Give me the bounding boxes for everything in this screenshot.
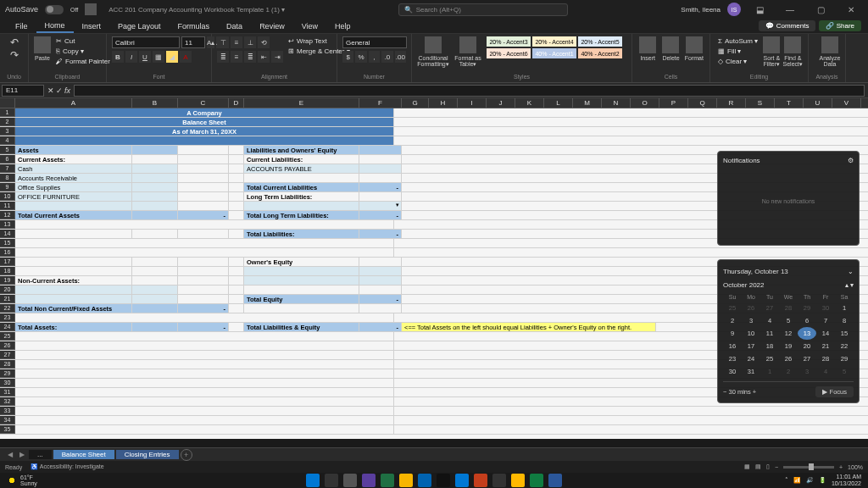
cal-day-20[interactable]: 20 [798,340,816,352]
cal-day-7[interactable]: 7 [816,314,835,327]
row-header-33[interactable]: 33 [0,407,15,415]
cell[interactable] [359,267,402,275]
cal-day-5[interactable]: 5 [835,365,854,378]
cell[interactable] [15,425,394,434]
calendar-today[interactable]: Thursday, October 13 [723,268,788,275]
cell[interactable] [15,332,394,341]
clear-button[interactable]: ◇Clear ▾ [715,57,760,66]
cell[interactable] [15,351,394,359]
conditional-formatting-button[interactable]: Conditional Formatting▾ [417,36,449,68]
cell[interactable] [15,416,394,424]
furn[interactable]: OFFICE FURNITURE [15,192,132,201]
cal-day-2[interactable]: 2 [723,314,742,327]
cell[interactable] [15,388,394,396]
zoom-in-icon[interactable]: + [839,464,843,470]
cell[interactable] [229,276,244,285]
balance-note[interactable]: <== Total Assets on the left should equa… [402,323,656,331]
cal-day-10[interactable]: 10 [742,327,760,340]
cell[interactable] [359,164,402,173]
col-S[interactable]: S [746,98,775,108]
tab-view[interactable]: View [293,20,326,32]
cell[interactable] [244,267,359,275]
volume-icon[interactable]: 🔊 [806,477,814,484]
cell[interactable] [244,174,359,182]
title-company[interactable]: A Company [15,108,394,117]
cal-day-30[interactable]: 30 [723,365,742,378]
tab-formulas[interactable]: Formulas [170,20,219,32]
noncur[interactable]: Non-Current Assets: [15,276,132,285]
cal-day-3[interactable]: 3 [742,314,760,327]
fx-icon[interactable]: fx [64,86,70,95]
tab-home[interactable]: Home [36,19,74,33]
style-accent3[interactable]: 20% - Accent3 [487,36,531,47]
cell[interactable] [178,164,229,173]
decrease-decimal-icon[interactable]: .00 [395,51,406,63]
row-header-13[interactable]: 13 [0,220,15,229]
wifi-icon[interactable]: 📶 [793,477,801,484]
clock[interactable]: 11:01 AM 10/13/2022 [832,474,861,486]
dropdown-icon[interactable]: ▾ [396,202,399,208]
cal-day-25[interactable]: 25 [723,302,742,314]
cal-day-11[interactable]: 11 [760,327,779,340]
cell[interactable]: - [178,211,229,219]
chrome-icon[interactable] [511,474,525,487]
cal-day-16[interactable]: 16 [723,340,742,352]
cell[interactable] [359,258,402,266]
word2-icon[interactable] [548,474,562,487]
cell[interactable] [359,304,402,313]
cell[interactable] [229,164,244,173]
calendar-month[interactable]: October 2022 [723,281,764,289]
tab-review[interactable]: Review [251,20,293,32]
cash[interactable]: Cash [15,164,132,173]
title-statement[interactable]: Balance Sheet [15,118,394,126]
cal-day-30[interactable]: 30 [816,302,835,314]
row-header-28[interactable]: 28 [0,360,15,369]
col-B[interactable]: B [132,98,178,108]
format-table-button[interactable]: Format as Table▾ [452,36,484,68]
cell[interactable]: - [359,295,402,303]
f11[interactable]: ▾ [359,202,402,210]
tab-file[interactable]: File [7,20,36,32]
cell[interactable] [229,146,244,154]
tot-noncur[interactable]: Total Non Current/Fixed Assets [15,304,132,313]
row-header-5[interactable]: 5 [0,146,15,154]
sheet-tab-more[interactable]: ... [29,450,52,459]
row-header-26[interactable]: 26 [0,341,15,350]
align-bottom-icon[interactable]: ⊥ [244,36,256,48]
cal-day-29[interactable]: 29 [835,352,854,365]
col-J[interactable]: J [487,98,515,108]
cal-day-9[interactable]: 9 [723,327,742,340]
formula-input[interactable] [74,85,865,97]
row-header-17[interactable]: 17 [0,258,15,266]
col-F[interactable]: F [359,98,402,108]
row-header-11[interactable]: 11 [0,202,15,210]
zoom-out-icon[interactable]: − [775,464,778,470]
cal-day-27[interactable]: 27 [798,352,816,365]
cell[interactable] [132,295,178,303]
calendar-collapse-icon[interactable]: ⌄ [848,268,854,275]
orientation-icon[interactable]: ⟲ [258,36,270,48]
delete-cells-button[interactable]: Delete [660,36,681,61]
notifications-settings-icon[interactable]: ⚙ [848,157,854,164]
tray-chevron-icon[interactable]: ˄ [785,477,788,484]
find-select-button[interactable]: Find & Select▾ [783,36,803,68]
col-Q[interactable]: Q [688,98,717,108]
cell[interactable] [15,230,132,238]
row-header-22[interactable]: 22 [0,304,15,313]
cell[interactable] [178,146,229,154]
cell[interactable] [178,192,229,201]
cal-day-1[interactable]: 1 [760,365,779,378]
cell[interactable] [359,276,402,285]
row-header-23[interactable]: 23 [0,313,15,322]
cal-day-12[interactable]: 12 [779,327,798,340]
cell[interactable] [229,211,244,219]
cell[interactable] [132,192,178,201]
row-header-21[interactable]: 21 [0,295,15,303]
cell[interactable] [359,146,402,154]
indent-inc-icon[interactable]: ⇥ [271,51,283,63]
cal-day-6[interactable]: 6 [798,314,816,327]
cell[interactable]: - [359,230,402,238]
cell[interactable] [15,295,132,303]
copy-button[interactable]: ⎘Copy ▾ [53,47,113,56]
col-A[interactable]: A [15,98,132,108]
